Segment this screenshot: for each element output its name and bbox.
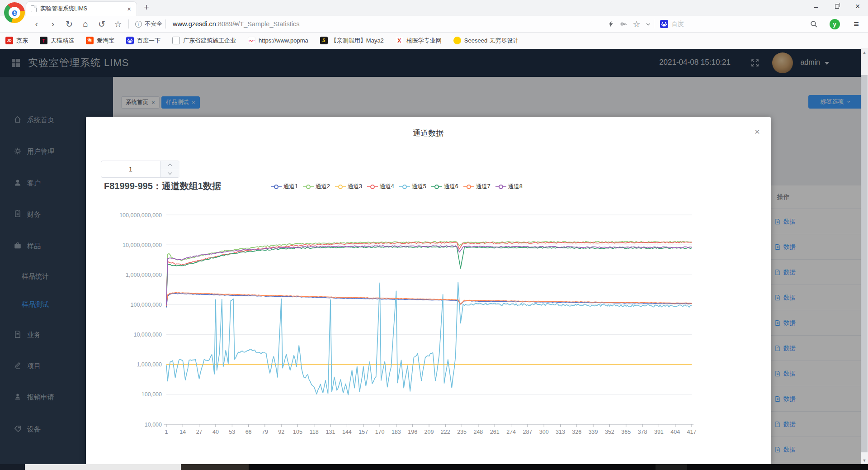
baidu-paw-icon	[660, 20, 668, 28]
channel-chart: 1142740536679921051181311441571701831962…	[86, 198, 771, 451]
legend-item-通道7[interactable]: 通道7	[463, 183, 491, 190]
page-scrollbar[interactable]: ▲ ▼	[861, 49, 868, 464]
tab-close-icon[interactable]: ×	[126, 5, 132, 13]
svg-text:14: 14	[179, 429, 186, 435]
svg-text:287: 287	[523, 429, 532, 435]
legend-item-通道3[interactable]: 通道3	[335, 183, 362, 190]
svg-text:92: 92	[278, 429, 284, 435]
bookmark-item[interactable]: 百度一下	[126, 37, 160, 45]
svg-text:313: 313	[556, 429, 565, 435]
svg-text:100,000,000,000: 100,000,000,000	[119, 212, 162, 218]
svg-text:339: 339	[589, 429, 598, 435]
taskbar-segment	[181, 464, 249, 470]
window-maximize-button[interactable]	[826, 0, 847, 13]
reload-button[interactable]: ↻	[63, 16, 75, 32]
svg-text:1,000,000,000: 1,000,000,000	[126, 272, 162, 278]
security-label[interactable]: 不安全	[145, 16, 162, 32]
browser-tab[interactable]: 实验管理系统LIMS ×	[26, 1, 137, 16]
legend-item-通道4[interactable]: 通道4	[367, 183, 394, 190]
history-back-icon[interactable]: ↺	[96, 16, 108, 32]
bookmark-item[interactable]: 淘爱淘宝	[86, 37, 114, 45]
window-controls: – ×	[806, 0, 868, 13]
bookmark-item[interactable]: JD京东	[5, 37, 28, 45]
baidu-search-box[interactable]: 百度	[660, 16, 684, 32]
number-input-decrease-button[interactable]	[160, 169, 179, 177]
array-number-input[interactable]: 1	[101, 161, 179, 178]
browser-logo-icon[interactable]: e	[4, 2, 25, 23]
svg-text:222: 222	[441, 429, 450, 435]
legend-item-通道6[interactable]: 通道6	[431, 183, 458, 190]
separator	[165, 19, 166, 28]
scroll-down-arrow-icon[interactable]: ▼	[861, 458, 868, 463]
url-path: :8089/#/T_Sample_Statistics	[216, 20, 300, 28]
site-info-icon[interactable]: i	[134, 16, 143, 32]
svg-text:183: 183	[392, 429, 401, 435]
flash-icon[interactable]	[606, 16, 616, 32]
bookmark-item[interactable]: Seeseed-无穷尽设计	[453, 37, 518, 45]
window-close-button[interactable]: ×	[847, 0, 868, 13]
chevron-down-icon[interactable]	[644, 16, 653, 32]
new-tab-button[interactable]: +	[144, 2, 149, 13]
menu-button[interactable]: ≡	[850, 16, 863, 32]
legend-item-通道2[interactable]: 通道2	[302, 183, 330, 190]
legend-label: 通道3	[348, 183, 362, 190]
bookmark-item[interactable]: T天猫精选	[40, 37, 74, 45]
svg-text:378: 378	[638, 429, 647, 435]
browser-toolbar: ‹ › ↻ ⌂ ↺ ☆ i 不安全 www.gzesdi.cn:8089/#/T…	[0, 16, 868, 33]
search-engine-label: 百度	[671, 20, 684, 28]
home-button[interactable]: ⌂	[80, 16, 91, 32]
bookmark-item[interactable]: POPhttps://www.popma	[248, 37, 308, 44]
bookmark-item[interactable]: S【亲测能用】Maya2	[320, 37, 384, 45]
svg-text:235: 235	[457, 429, 467, 435]
dialog-close-icon[interactable]: ×	[755, 127, 760, 136]
password-key-icon[interactable]	[618, 16, 629, 32]
forward-button[interactable]: ›	[47, 16, 59, 32]
legend-line-icon	[335, 184, 346, 190]
window-minimize-button[interactable]: –	[806, 0, 826, 13]
bookmark-item[interactable]: X核医学专业网	[396, 37, 442, 45]
tab-title: 实验管理系统LIMS	[40, 5, 126, 13]
favorite-star-button[interactable]: ☆	[112, 16, 124, 32]
bookmark-label: 广东省建筑施工企业	[183, 37, 236, 45]
legend-item-通道5[interactable]: 通道5	[399, 183, 426, 190]
bookmark-star-icon[interactable]: ☆	[631, 16, 642, 32]
bookmark-label: 【亲测能用】Maya2	[331, 37, 384, 45]
legend-label: 通道7	[476, 183, 491, 190]
legend-label: 通道1	[283, 183, 298, 190]
search-button[interactable]	[808, 16, 819, 32]
bookmark-label: 核医学专业网	[406, 37, 442, 45]
restore-icon	[835, 5, 839, 9]
scroll-up-arrow-icon[interactable]: ▲	[861, 50, 868, 55]
bookmark-item[interactable]: 广东省建筑施工企业	[172, 37, 236, 45]
legend-item-通道1[interactable]: 通道1	[270, 183, 298, 190]
number-input-increase-button[interactable]	[160, 161, 179, 169]
legend-line-icon	[495, 184, 507, 190]
legend-item-通道8[interactable]: 通道8	[495, 183, 523, 190]
antivirus-shield-button[interactable]: y	[828, 16, 841, 32]
svg-text:27: 27	[196, 429, 203, 435]
legend-line-icon	[399, 184, 410, 190]
dialog-title: 通道数据	[86, 128, 771, 138]
number-input-value[interactable]: 1	[101, 161, 160, 177]
legend-line-icon	[463, 184, 475, 190]
legend-line-icon	[367, 184, 378, 190]
legend-line-icon	[431, 184, 443, 190]
svg-text:1: 1	[165, 429, 168, 435]
svg-text:79: 79	[262, 429, 268, 435]
taskbar-segment	[656, 464, 687, 470]
series-line-通道7	[166, 293, 692, 306]
back-button[interactable]: ‹	[31, 16, 42, 32]
address-url[interactable]: www.gzesdi.cn:8089/#/T_Sample_Statistics	[173, 16, 299, 32]
channel-data-dialog: 通道数据 × 1 F81999-995：通道数组1数据 通道1通道2通道3通道4…	[86, 117, 771, 464]
svg-text:1,000,000: 1,000,000	[137, 361, 162, 368]
scrollbar-thumb[interactable]	[861, 75, 868, 452]
bookmark-label: 京东	[16, 37, 28, 45]
svg-text:326: 326	[572, 429, 581, 435]
taskbar-app-button[interactable]	[25, 464, 181, 470]
browser-logo-letter: e	[9, 7, 20, 19]
chart-legend: 通道1通道2通道3通道4通道5通道6通道7通道8	[270, 183, 523, 190]
svg-text:365: 365	[621, 429, 631, 435]
svg-text:209: 209	[425, 429, 434, 435]
svg-text:10,000: 10,000	[145, 422, 162, 428]
legend-label: 通道6	[444, 183, 458, 190]
